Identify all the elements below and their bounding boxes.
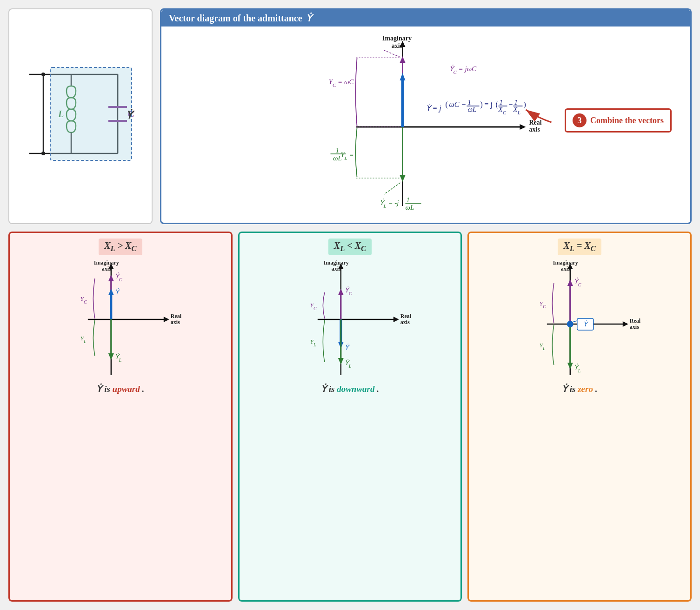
case1-condition: XL > XC	[104, 240, 136, 251]
svg-text:YC = ωC: YC = ωC	[329, 78, 354, 88]
svg-line-33	[384, 183, 400, 194]
title-text: Vector diagram of the admittance	[169, 13, 302, 24]
svg-text:ẎC = jωC: ẎC = jωC	[449, 65, 477, 75]
svg-text:(: (	[446, 100, 448, 109]
svg-text:(: (	[496, 100, 498, 109]
case2-footer-text: Ẏ is	[321, 384, 337, 394]
svg-text:ωL: ωL	[406, 204, 414, 211]
svg-marker-77	[108, 353, 114, 360]
case1-footer-highlight: upward	[113, 384, 140, 394]
case1-footer-text: Ẏ is	[96, 384, 112, 394]
case1-diagram: Imaginary axis Real axis ẎC Ẏ ẎL YC	[17, 259, 224, 380]
svg-text:axis: axis	[630, 324, 639, 330]
case3-footer: Ẏ is zero .	[562, 384, 597, 394]
svg-text:ωL: ωL	[333, 154, 342, 162]
svg-text:ẎC: ẎC	[115, 272, 122, 282]
svg-text:axis: axis	[400, 319, 410, 325]
case1-footer: Ẏ is upward .	[96, 384, 144, 394]
svg-text:Real: Real	[529, 119, 542, 126]
case2-footer: Ẏ is downward .	[321, 384, 379, 394]
svg-text:Imaginary: Imaginary	[94, 259, 119, 266]
combine-vectors-box: 3 Combine the vectors	[565, 108, 672, 133]
svg-text:Imaginary: Imaginary	[553, 259, 578, 266]
svg-text:): )	[480, 100, 483, 109]
case1-period: .	[142, 384, 145, 394]
svg-text:= j: = j	[485, 100, 493, 109]
svg-marker-19	[520, 124, 526, 130]
svg-text:Real: Real	[400, 313, 412, 319]
svg-text:axis: axis	[529, 126, 540, 133]
svg-marker-26	[400, 56, 406, 63]
bottom-section: XL > XC Imaginary axis Real axis	[8, 232, 692, 602]
svg-text:YC: YC	[540, 300, 546, 309]
svg-marker-96	[338, 358, 344, 365]
svg-text:1: 1	[514, 99, 518, 106]
circuit-diagram-box: L C Ẏ	[8, 8, 153, 224]
svg-point-6	[41, 73, 45, 76]
svg-text:ẎC: ẎC	[345, 286, 352, 296]
svg-text:Ẏ = j: Ẏ = j	[426, 104, 442, 113]
case3-diagram: Imaginary axis Real axis Ẏ ẎC ẎL	[476, 259, 683, 380]
svg-line-117	[573, 321, 577, 322]
case3-footer-text: Ẏ is	[562, 384, 578, 394]
svg-text:XC: XC	[498, 106, 507, 115]
case1-title: XL > XC	[99, 239, 142, 255]
case2-title: XL < XC	[328, 239, 372, 255]
svg-line-27	[384, 50, 400, 57]
vector-diagram-box: Vector diagram of the admittance Ẏ Imagi…	[160, 8, 692, 224]
svg-text:axis: axis	[332, 265, 341, 272]
svg-text:axis: axis	[561, 265, 570, 272]
case-xl-less: XL < XC Imaginary axis Real axis	[238, 232, 462, 602]
case-xl-greater: XL > XC Imaginary axis Real axis	[8, 232, 233, 602]
case3-period: .	[595, 384, 598, 394]
svg-text:YC: YC	[310, 302, 317, 311]
svg-rect-15	[50, 67, 132, 160]
svg-text:1: 1	[468, 99, 472, 106]
svg-text:ωL: ωL	[468, 106, 477, 113]
svg-text:YL =: YL =	[340, 151, 353, 161]
case1-svg: Imaginary axis Real axis ẎC Ẏ ẎL YC	[17, 259, 224, 380]
svg-text:1: 1	[407, 196, 410, 204]
svg-marker-105	[623, 321, 628, 327]
svg-marker-113	[567, 363, 573, 369]
svg-text:YL: YL	[80, 335, 87, 344]
svg-text:axis: axis	[171, 319, 180, 325]
svg-text:Ẏ: Ẏ	[345, 344, 350, 351]
circuit-svg: L C Ẏ	[25, 46, 136, 186]
svg-text:YC: YC	[80, 295, 87, 305]
svg-text:ẎL: ẎL	[115, 353, 122, 363]
svg-text:XL: XL	[513, 106, 520, 115]
title-symbol: Ẏ	[306, 13, 312, 24]
svg-marker-86	[393, 317, 399, 322]
svg-marker-67	[164, 317, 169, 322]
svg-text:ωC −: ωC −	[449, 100, 467, 108]
svg-marker-75	[108, 289, 114, 295]
svg-text:YL: YL	[540, 342, 546, 351]
case2-condition: XL < XC	[334, 240, 366, 251]
svg-text:Imaginary: Imaginary	[324, 259, 349, 266]
svg-text:1: 1	[500, 99, 503, 106]
svg-marker-30	[400, 73, 406, 80]
step-number: 3	[573, 113, 587, 127]
svg-text:1: 1	[336, 146, 340, 154]
case-xl-equal: XL = XC Imaginary axis Real axis	[467, 232, 692, 602]
case3-condition: XL = XC	[563, 240, 595, 251]
svg-text:ẎL: ẎL	[574, 364, 581, 373]
svg-text:ẎC: ẎC	[574, 278, 581, 287]
case2-svg: Imaginary axis Real axis ẎC Ẏ ẎL YC	[247, 259, 453, 380]
vector-diagram-area: Imaginary axis Real axis ẎC = jωC	[171, 34, 681, 215]
svg-text:Real: Real	[171, 313, 182, 319]
svg-text:): )	[524, 100, 526, 109]
case2-diagram: Imaginary axis Real axis ẎC Ẏ ẎL YC	[247, 259, 453, 380]
svg-marker-111	[567, 279, 573, 286]
svg-text:Ẏ: Ẏ	[115, 288, 120, 296]
combine-label: Combine the vectors	[590, 116, 664, 126]
vector-box-title: Vector diagram of the admittance Ẏ	[161, 10, 690, 27]
svg-point-7	[41, 152, 45, 155]
svg-text:ẎL = -j: ẎL = -j	[380, 199, 399, 209]
svg-marker-32	[400, 175, 406, 182]
svg-text:−: −	[509, 100, 513, 108]
svg-text:Real: Real	[630, 318, 641, 324]
svg-text:Imaginary: Imaginary	[382, 35, 412, 42]
svg-text:axis: axis	[392, 42, 403, 49]
